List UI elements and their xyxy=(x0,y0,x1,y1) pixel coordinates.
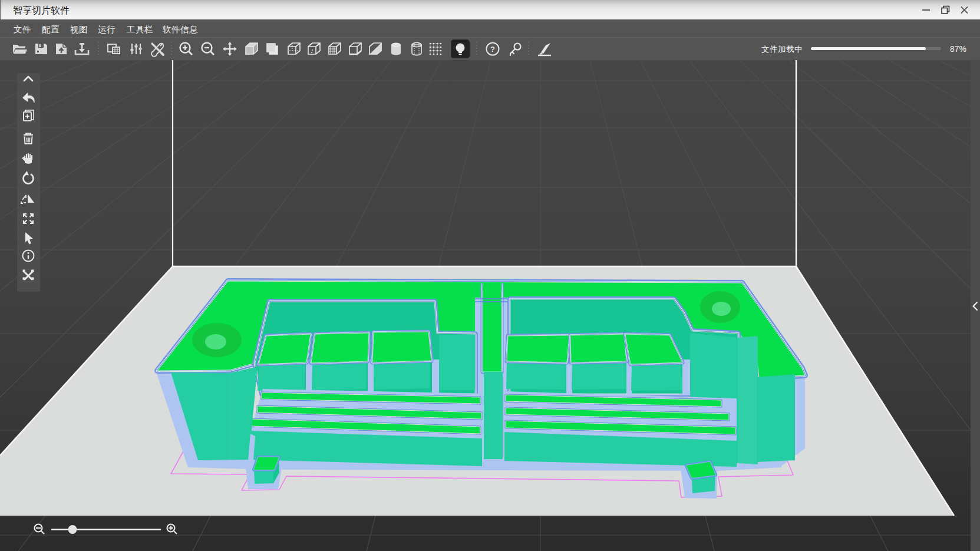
svg-text:?: ? xyxy=(490,45,495,54)
